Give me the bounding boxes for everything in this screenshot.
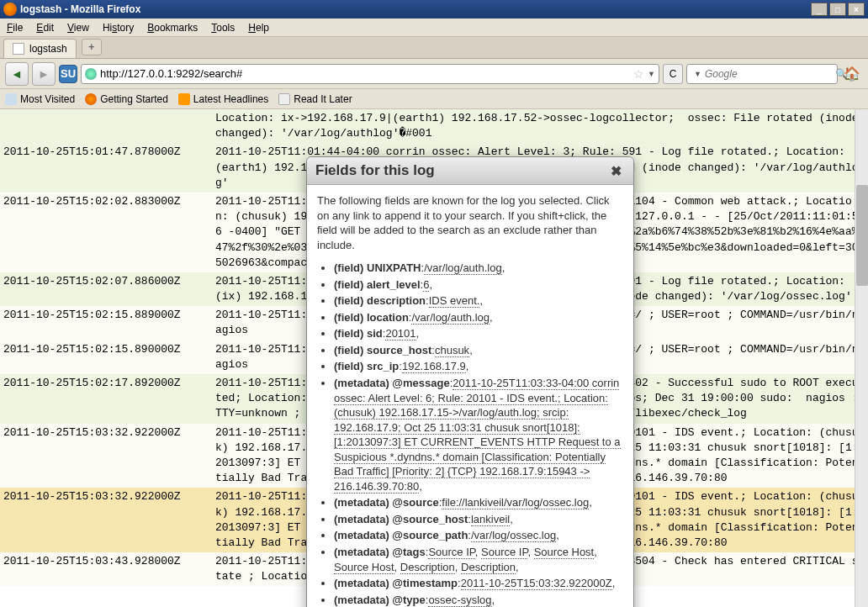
popup-field-item: (field) src_ip:192.168.17.9, xyxy=(334,359,623,374)
bookmarks-toolbar: Most Visited Getting Started Latest Head… xyxy=(0,89,868,109)
search-input[interactable] xyxy=(705,68,832,80)
close-button[interactable]: × xyxy=(848,3,865,16)
field-value-link[interactable]: file://lankiveil/var/log/ossec.log xyxy=(442,496,589,509)
field-key: (metadata) @timestamp xyxy=(334,577,458,589)
field-value-link[interactable]: Source Host xyxy=(334,561,394,574)
popup-field-item: (metadata) @tags:Source IP, Source IP, S… xyxy=(334,545,623,574)
field-value-link[interactable]: 6 xyxy=(423,278,429,292)
log-timestamp: 2011-10-25T15:02:15.890000Z xyxy=(0,340,212,374)
field-value-link[interactable]: Description xyxy=(461,561,516,574)
field-key: (metadata) @tags xyxy=(334,546,426,558)
reload-button[interactable]: C xyxy=(663,64,683,84)
popup-field-item: (field) location:/var/log/auth.log, xyxy=(334,310,623,325)
home-button[interactable]: 🏠 xyxy=(841,63,863,85)
field-key: (field) location xyxy=(334,311,409,324)
field-key: (field) alert_level xyxy=(334,278,421,291)
field-value-link[interactable]: /var/log/auth.log xyxy=(411,311,490,325)
field-key: (metadata) @source xyxy=(334,496,439,509)
field-value-link[interactable]: /var/log/auth.log xyxy=(424,261,502,275)
log-message: Location: ix->192.168.17.9|(earth1) 192.… xyxy=(212,109,868,143)
popup-field-item: (metadata) @message:2011-10-25T11:03:33-… xyxy=(334,376,623,494)
search-engine-dropdown-icon[interactable]: ▼ xyxy=(694,70,701,78)
maximize-button[interactable]: □ xyxy=(829,3,846,16)
popup-title: Fields for this log xyxy=(315,162,607,179)
popup-field-item: (field) sid:20101, xyxy=(334,326,623,341)
window-title: logstash - Mozilla Firefox xyxy=(20,3,140,15)
popup-description: The following fields are known for the l… xyxy=(317,193,623,252)
bookmark-star-icon[interactable]: ☆ xyxy=(633,67,644,81)
field-value-link[interactable]: Description xyxy=(400,561,455,574)
minimize-button[interactable]: _ xyxy=(811,3,828,16)
field-key: (field) description xyxy=(334,294,426,307)
popup-field-item: (field) UNIXPATH:/var/log/auth.log, xyxy=(334,261,623,276)
field-value-link[interactable]: IDS event. xyxy=(429,294,480,308)
field-value-link[interactable]: Source IP xyxy=(481,546,527,559)
menu-edit[interactable]: Edit xyxy=(36,22,54,34)
page-content: Location: ix->192.168.17.9|(earth1) 192.… xyxy=(0,109,868,607)
field-key: (metadata) @type xyxy=(334,594,426,606)
field-key: (field) source_host xyxy=(334,344,431,356)
stumbleupon-icon[interactable]: SU xyxy=(59,65,77,83)
menu-file[interactable]: File xyxy=(7,22,23,34)
scrollbar-thumb[interactable] xyxy=(856,185,868,286)
popup-header: Fields for this log ✖ xyxy=(307,157,633,185)
nav-toolbar: ◄ ► SU ☆ ▼ C ▼ 🔍 🏠 xyxy=(0,59,868,89)
search-bar[interactable]: ▼ 🔍 xyxy=(686,64,838,84)
page-icon xyxy=(13,43,24,55)
bookmark-getting-started[interactable]: Getting Started xyxy=(85,93,168,105)
popup-field-item: (metadata) @timestamp:2011-10-25T15:03:3… xyxy=(334,576,623,591)
field-value-link[interactable]: 192.168.17.9 xyxy=(402,360,466,373)
log-row[interactable]: Location: ix->192.168.17.9|(earth1) 192.… xyxy=(0,109,868,143)
popup-field-list: (field) UNIXPATH:/var/log/auth.log,(fiel… xyxy=(317,261,623,607)
field-key: (metadata) @source_path xyxy=(334,529,468,541)
firefox-icon xyxy=(85,93,97,105)
popup-field-item: (metadata) @source_path:/var/log/ossec.l… xyxy=(334,528,623,543)
field-value-link[interactable]: /var/log/ossec.log xyxy=(471,529,556,542)
menu-bar: File Edit View History Bookmarks Tools H… xyxy=(0,18,868,37)
field-value-link[interactable]: 2011-10-25T15:03:32.922000Z xyxy=(461,577,612,590)
field-value-link[interactable]: 20101 xyxy=(385,327,415,340)
folder-icon xyxy=(5,93,17,105)
field-value-link[interactable]: 2011-10-25T11:03:33-04:00 corrin ossec: … xyxy=(334,377,621,494)
menu-help[interactable]: Help xyxy=(248,22,269,34)
log-timestamp: 2011-10-25T15:03:32.922000Z xyxy=(0,424,212,488)
url-bar[interactable]: ☆ ▼ xyxy=(81,64,659,84)
log-timestamp: 2011-10-25T15:02:17.892000Z xyxy=(0,374,212,424)
log-timestamp xyxy=(0,109,212,143)
menu-tools[interactable]: Tools xyxy=(211,22,235,34)
menu-view[interactable]: View xyxy=(67,22,89,34)
field-key: (field) src_ip xyxy=(334,360,399,372)
popup-field-item: (metadata) @type:ossec-syslog, xyxy=(334,593,623,607)
page-icon xyxy=(278,93,290,105)
firefox-icon xyxy=(3,3,17,16)
field-value-link[interactable]: lankiveil xyxy=(471,513,510,526)
field-value-link[interactable]: ossec-syslog xyxy=(428,594,491,607)
url-dropdown-icon[interactable]: ▼ xyxy=(648,70,655,78)
log-timestamp: 2011-10-25T15:03:43.928000Z xyxy=(0,552,212,586)
window-titlebar: logstash - Mozilla Firefox _ □ × xyxy=(0,0,868,18)
scrollbar[interactable] xyxy=(855,109,868,607)
popup-close-button[interactable]: ✖ xyxy=(607,163,625,179)
tab-logstash[interactable]: logstash xyxy=(3,39,77,58)
popup-body: The following fields are known for the l… xyxy=(307,185,633,607)
bookmark-read-it-later[interactable]: Read It Later xyxy=(278,93,352,105)
forward-button[interactable]: ► xyxy=(32,62,56,86)
field-value-link[interactable]: chusuk xyxy=(435,344,469,357)
url-input[interactable] xyxy=(100,67,630,80)
back-button[interactable]: ◄ xyxy=(5,62,29,86)
bookmark-most-visited[interactable]: Most Visited xyxy=(5,93,75,105)
log-timestamp: 2011-10-25T15:01:47.878000Z xyxy=(0,143,212,193)
field-value-link[interactable]: Source Host xyxy=(534,546,595,559)
tab-bar: logstash + xyxy=(0,37,868,59)
new-tab-button[interactable]: + xyxy=(82,39,102,55)
popup-field-item: (field) description:IDS event., xyxy=(334,293,623,309)
field-value-link[interactable]: Source IP xyxy=(428,546,474,559)
menu-history[interactable]: History xyxy=(103,22,134,34)
bookmark-latest-headlines[interactable]: Latest Headlines xyxy=(178,93,268,105)
popup-field-item: (field) source_host:chusuk, xyxy=(334,343,623,358)
log-timestamp: 2011-10-25T15:02:15.889000Z xyxy=(0,306,212,340)
field-key: (metadata) @source_host xyxy=(334,513,468,525)
menu-bookmarks[interactable]: Bookmarks xyxy=(147,22,198,34)
log-timestamp: 2011-10-25T15:02:07.886000Z xyxy=(0,272,212,306)
field-key: (field) UNIXPATH xyxy=(334,261,421,274)
